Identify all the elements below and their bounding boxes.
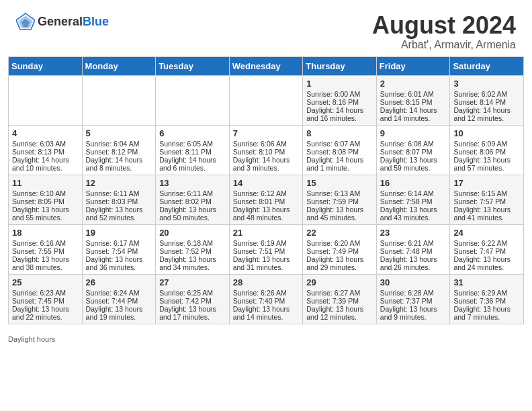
- day-number: 26: [86, 277, 152, 287]
- day-number: 4: [12, 128, 79, 138]
- day-number: 8: [306, 128, 373, 138]
- day-number: 28: [233, 277, 300, 287]
- day-info-line: Sunset: 7:59 PM: [306, 197, 373, 205]
- day-cell: 12Sunrise: 6:11 AMSunset: 8:03 PMDayligh…: [82, 175, 156, 224]
- day-info-line: Sunrise: 6:00 AM: [306, 90, 373, 98]
- day-info-line: Daylight: 13 hours and 31 minutes.: [233, 255, 300, 271]
- day-number: 2: [380, 79, 447, 89]
- calendar-header: SundayMondayTuesdayWednesdayThursdayFrid…: [9, 56, 524, 75]
- day-info-line: Daylight: 13 hours and 26 minutes.: [380, 255, 447, 271]
- day-info-line: Daylight: 13 hours and 34 minutes.: [159, 255, 226, 271]
- day-info-line: Daylight: 14 hours and 8 minutes.: [86, 156, 152, 172]
- day-cell: 2Sunrise: 6:01 AMSunset: 8:15 PMDaylight…: [376, 75, 450, 125]
- day-info-line: Sunset: 8:11 PM: [159, 148, 226, 156]
- day-info-line: Sunrise: 6:10 AM: [12, 189, 79, 197]
- day-info-line: Sunrise: 6:24 AM: [86, 289, 152, 297]
- day-info-line: Sunrise: 6:12 AM: [233, 189, 300, 197]
- page-header: General Blue August 2024 Arbat', Armavir…: [0, 0, 532, 56]
- day-number: 21: [233, 228, 300, 238]
- day-cell: [156, 75, 230, 125]
- col-header-friday: Friday: [376, 56, 450, 75]
- day-info-line: Sunset: 7:52 PM: [159, 247, 226, 255]
- logo-general: General: [38, 15, 83, 28]
- day-number: 23: [380, 228, 447, 238]
- day-number: 29: [306, 277, 373, 287]
- col-header-thursday: Thursday: [303, 56, 377, 75]
- day-number: 30: [380, 277, 447, 287]
- day-info-line: Daylight: 13 hours and 43 minutes.: [380, 205, 447, 222]
- day-cell: 18Sunrise: 6:16 AMSunset: 7:55 PMDayligh…: [9, 224, 83, 274]
- day-info-line: Sunset: 7:44 PM: [86, 297, 152, 305]
- day-info-line: Sunrise: 6:11 AM: [86, 189, 152, 197]
- day-info-line: Sunset: 7:55 PM: [12, 247, 79, 255]
- day-info-line: Sunset: 8:02 PM: [159, 197, 226, 205]
- day-cell: 13Sunrise: 6:11 AMSunset: 8:02 PMDayligh…: [156, 175, 230, 224]
- day-number: 19: [86, 228, 152, 238]
- day-info-line: Sunrise: 6:21 AM: [380, 239, 447, 247]
- day-info-line: Daylight: 13 hours and 48 minutes.: [233, 205, 300, 222]
- day-info-line: Daylight: 13 hours and 45 minutes.: [306, 205, 373, 222]
- day-number: 24: [453, 228, 520, 238]
- day-number: 22: [306, 228, 373, 238]
- day-info-line: Sunset: 8:15 PM: [380, 98, 447, 106]
- day-number: 6: [159, 128, 226, 138]
- day-cell: 15Sunrise: 6:13 AMSunset: 7:59 PMDayligh…: [303, 175, 377, 224]
- calendar-title: August 2024: [372, 12, 516, 39]
- day-cell: 26Sunrise: 6:24 AMSunset: 7:44 PMDayligh…: [82, 274, 156, 324]
- day-info-line: Sunset: 7:45 PM: [12, 297, 79, 305]
- day-number: 31: [453, 277, 520, 287]
- day-number: 10: [453, 128, 520, 138]
- day-info-line: Sunrise: 6:20 AM: [306, 239, 373, 247]
- day-cell: 9Sunrise: 6:08 AMSunset: 8:07 PMDaylight…: [376, 125, 450, 175]
- day-number: 14: [233, 178, 300, 188]
- day-info-line: Daylight: 13 hours and 41 minutes.: [453, 205, 520, 222]
- day-info-line: Daylight: 14 hours and 10 minutes.: [12, 156, 79, 172]
- day-cell: 1Sunrise: 6:00 AMSunset: 8:16 PMDaylight…: [303, 75, 377, 125]
- week-row-2: 4Sunrise: 6:03 AMSunset: 8:13 PMDaylight…: [9, 125, 524, 175]
- col-header-sunday: Sunday: [9, 56, 83, 75]
- day-info-line: Sunrise: 6:16 AM: [12, 239, 79, 247]
- day-info-line: Sunrise: 6:13 AM: [306, 189, 373, 197]
- day-cell: 30Sunrise: 6:28 AMSunset: 7:37 PMDayligh…: [376, 274, 450, 324]
- day-number: 18: [12, 228, 79, 238]
- day-number: 11: [12, 178, 79, 188]
- day-info-line: Daylight: 13 hours and 29 minutes.: [306, 255, 373, 271]
- day-info-line: Daylight: 13 hours and 17 minutes.: [159, 305, 226, 321]
- day-info-line: Sunset: 8:16 PM: [306, 98, 373, 106]
- day-info-line: Sunset: 7:48 PM: [380, 247, 447, 255]
- logo: General Blue: [16, 12, 109, 31]
- day-cell: 21Sunrise: 6:19 AMSunset: 7:51 PMDayligh…: [229, 224, 303, 274]
- day-cell: 3Sunrise: 6:02 AMSunset: 8:14 PMDaylight…: [450, 75, 524, 125]
- day-cell: 29Sunrise: 6:27 AMSunset: 7:39 PMDayligh…: [303, 274, 377, 324]
- calendar-title-block: August 2024 Arbat', Armavir, Armenia: [372, 12, 516, 51]
- day-info-line: Daylight: 13 hours and 55 minutes.: [12, 205, 79, 222]
- day-cell: 4Sunrise: 6:03 AMSunset: 8:13 PMDaylight…: [9, 125, 83, 175]
- day-cell: 17Sunrise: 6:15 AMSunset: 7:57 PMDayligh…: [450, 175, 524, 224]
- col-header-monday: Monday: [82, 56, 156, 75]
- week-row-3: 11Sunrise: 6:10 AMSunset: 8:05 PMDayligh…: [9, 175, 524, 224]
- day-info-line: Sunrise: 6:22 AM: [453, 239, 520, 247]
- day-info-line: Daylight: 13 hours and 7 minutes.: [453, 305, 520, 321]
- day-info-line: Sunset: 8:12 PM: [86, 148, 152, 156]
- daylight-note: Daylight hours: [0, 332, 532, 346]
- day-info-line: Sunset: 8:14 PM: [453, 98, 520, 106]
- week-row-5: 25Sunrise: 6:23 AMSunset: 7:45 PMDayligh…: [9, 274, 524, 324]
- day-info-line: Sunset: 8:01 PM: [233, 197, 300, 205]
- day-info-line: Sunset: 8:08 PM: [306, 148, 373, 156]
- day-info-line: Sunrise: 6:17 AM: [86, 239, 152, 247]
- day-cell: 19Sunrise: 6:17 AMSunset: 7:54 PMDayligh…: [82, 224, 156, 274]
- daylight-note-text: Daylight hours: [8, 335, 55, 343]
- day-cell: 24Sunrise: 6:22 AMSunset: 7:47 PMDayligh…: [450, 224, 524, 274]
- day-cell: 7Sunrise: 6:06 AMSunset: 8:10 PMDaylight…: [229, 125, 303, 175]
- day-info-line: Daylight: 13 hours and 50 minutes.: [159, 205, 226, 222]
- day-info-line: Sunrise: 6:02 AM: [453, 90, 520, 98]
- day-info-line: Sunset: 8:13 PM: [12, 148, 79, 156]
- day-info-line: Daylight: 14 hours and 16 minutes.: [306, 106, 373, 122]
- col-header-tuesday: Tuesday: [156, 56, 230, 75]
- day-cell: 14Sunrise: 6:12 AMSunset: 8:01 PMDayligh…: [229, 175, 303, 224]
- day-info-line: Sunrise: 6:08 AM: [380, 140, 447, 148]
- day-number: 15: [306, 178, 373, 188]
- header-row: SundayMondayTuesdayWednesdayThursdayFrid…: [9, 56, 524, 75]
- day-cell: 16Sunrise: 6:14 AMSunset: 7:58 PMDayligh…: [376, 175, 450, 224]
- day-number: 5: [86, 128, 152, 138]
